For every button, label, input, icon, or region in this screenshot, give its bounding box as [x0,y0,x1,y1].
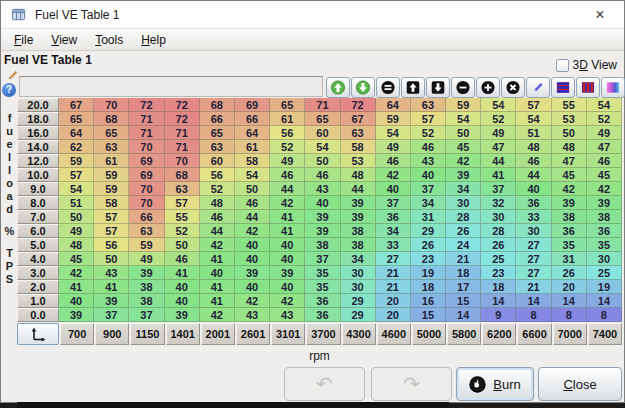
ve-cell[interactable]: 44 [516,168,551,182]
ve-cell[interactable]: 49 [129,252,164,266]
ve-cell[interactable]: 46 [376,154,411,168]
x-axis-label[interactable]: 3101 [271,323,305,345]
ve-cell[interactable]: 57 [94,224,129,238]
ve-cell[interactable]: 51 [59,196,94,210]
ve-cell[interactable]: 49 [376,140,411,154]
ve-cell[interactable]: 26 [411,238,446,252]
ve-cell[interactable]: 50 [552,126,587,140]
ve-cell[interactable]: 30 [587,252,622,266]
ve-cell[interactable]: 54 [446,112,481,126]
ve-cell[interactable]: 46 [200,210,235,224]
x-axis-label[interactable]: 2601 [236,323,270,345]
ve-cell[interactable]: 46 [516,154,551,168]
ve-cell[interactable]: 26 [481,238,516,252]
ve-cell[interactable]: 15 [411,308,446,322]
ve-cell[interactable]: 57 [411,112,446,126]
ve-cell[interactable]: 40 [235,252,270,266]
ve-cell[interactable]: 38 [587,210,622,224]
ve-cell[interactable]: 40 [305,196,340,210]
close-window-icon[interactable]: × [590,5,610,25]
ve-cell[interactable]: 41 [481,168,516,182]
ve-cell[interactable]: 63 [165,182,200,196]
ve-cell[interactable]: 69 [235,98,270,112]
ve-cell[interactable]: 50 [305,154,340,168]
ve-cell[interactable]: 46 [587,154,622,168]
ve-cell[interactable]: 34 [446,182,481,196]
y-axis-label[interactable]: 20.0 [17,98,59,112]
y-axis-label[interactable]: 2.0 [17,280,59,294]
ve-cell[interactable]: 38 [129,294,164,308]
ve-cell[interactable]: 24 [446,238,481,252]
ve-cell[interactable]: 44 [481,154,516,168]
view-3d-toggle[interactable]: 3D View [556,58,618,72]
ve-cell[interactable]: 40 [59,294,94,308]
x-axis-label[interactable]: 700 [60,323,94,345]
ve-cell[interactable]: 37 [376,196,411,210]
heatmap-scale-button[interactable] [601,77,625,98]
green-down-button[interactable] [351,77,375,98]
ve-cell[interactable]: 40 [270,280,305,294]
x-axis-label[interactable]: 5000 [412,323,446,345]
ve-cell[interactable]: 17 [446,280,481,294]
ve-cell[interactable]: 47 [587,140,622,154]
ve-cell[interactable]: 23 [481,266,516,280]
ve-cell[interactable]: 40 [165,280,200,294]
y-axis-label[interactable]: 10.0 [17,168,59,182]
ve-cell[interactable]: 42 [200,308,235,322]
ve-cell[interactable]: 42 [235,224,270,238]
y-axis-label[interactable]: 18.0 [17,112,59,126]
ve-cell[interactable]: 70 [165,154,200,168]
ve-cell[interactable]: 20 [376,294,411,308]
ve-cell[interactable]: 39 [165,308,200,322]
ve-cell[interactable]: 67 [341,112,376,126]
ve-cell[interactable]: 56 [94,238,129,252]
ve-cell[interactable]: 72 [129,98,164,112]
ve-cell[interactable]: 41 [165,266,200,280]
ve-cell[interactable]: 44 [270,182,305,196]
ve-cell[interactable]: 45 [446,140,481,154]
y-axis-label[interactable]: 0.0 [17,308,59,322]
ve-cell[interactable]: 66 [129,210,164,224]
ve-cell[interactable]: 47 [552,154,587,168]
y-axis-label[interactable]: 4.0 [17,252,59,266]
ve-cell[interactable]: 56 [200,168,235,182]
ve-cell[interactable]: 71 [165,140,200,154]
ve-cell[interactable]: 48 [200,196,235,210]
y-axis-label[interactable]: 9.0 [17,182,59,196]
x-axis-label[interactable]: 1401 [166,323,200,345]
x-axis-label[interactable]: 2001 [201,323,235,345]
ve-cell[interactable]: 34 [341,252,376,266]
ve-cell[interactable]: 42 [270,294,305,308]
ve-cell[interactable]: 21 [376,280,411,294]
ve-cell[interactable]: 59 [94,182,129,196]
ve-cell[interactable]: 54 [587,98,622,112]
ve-cell[interactable]: 39 [446,168,481,182]
ve-cell[interactable]: 59 [59,154,94,168]
ve-cell[interactable]: 58 [341,140,376,154]
ve-cell[interactable]: 38 [305,238,340,252]
ve-cell[interactable]: 64 [376,98,411,112]
ve-cell[interactable]: 71 [129,112,164,126]
ve-cell[interactable]: 72 [341,98,376,112]
ve-cell[interactable]: 51 [516,126,551,140]
ve-cell[interactable]: 40 [411,168,446,182]
ve-cell[interactable]: 40 [270,252,305,266]
edit-pencil-icon[interactable] [5,67,19,81]
ve-cell[interactable]: 63 [341,126,376,140]
ve-cell[interactable]: 60 [305,126,340,140]
ve-cell[interactable]: 25 [481,252,516,266]
ve-cell[interactable]: 65 [94,126,129,140]
ve-cell[interactable]: 42 [59,266,94,280]
ve-cell[interactable]: 30 [516,224,551,238]
ve-cell[interactable]: 14 [516,294,551,308]
ve-cell[interactable]: 28 [446,210,481,224]
ve-cell[interactable]: 27 [516,266,551,280]
ve-cell[interactable]: 58 [235,154,270,168]
ve-cell[interactable]: 38 [341,224,376,238]
ve-cell[interactable]: 37 [411,182,446,196]
menu-view[interactable]: View [42,31,86,49]
ve-cell[interactable]: 41 [94,280,129,294]
ve-cell[interactable]: 40 [235,238,270,252]
ve-cell[interactable]: 42 [446,154,481,168]
ve-cell[interactable]: 55 [165,210,200,224]
